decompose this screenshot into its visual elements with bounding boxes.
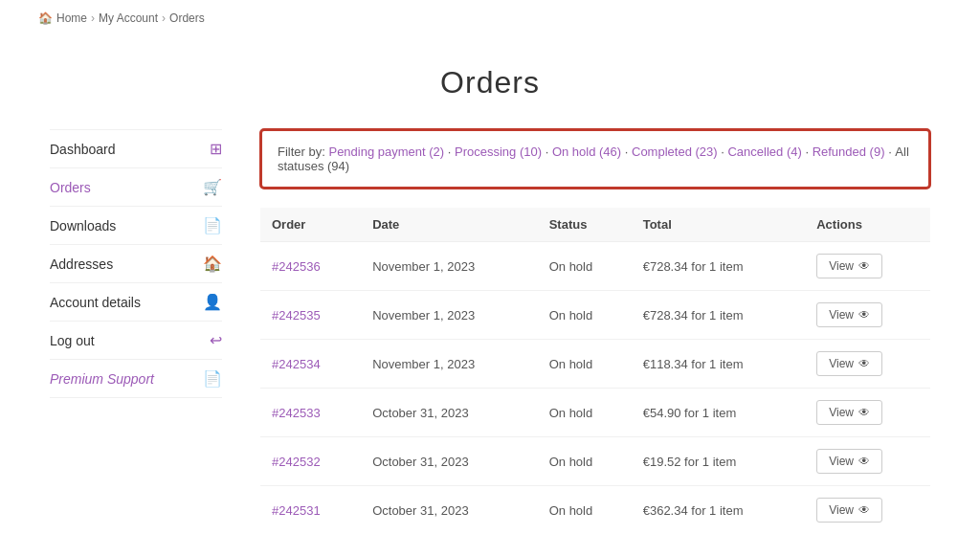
breadcrumb-sep-2: ›	[162, 11, 166, 25]
order-link-4[interactable]: #242532	[272, 455, 321, 469]
col-actions: Actions	[805, 208, 930, 242]
cell-date-1: November 1, 2023	[361, 291, 538, 340]
cell-status-2: On hold	[538, 340, 632, 389]
eye-icon-5: 👁	[858, 503, 870, 517]
cell-action-0: View 👁	[805, 242, 930, 291]
table-row: #242534 November 1, 2023 On hold €118.34…	[260, 340, 930, 389]
order-link-2[interactable]: #242534	[272, 357, 321, 371]
sidebar-dashboard-label: Dashboard	[50, 142, 116, 157]
cell-order-2: #242534	[260, 340, 361, 389]
sidebar-item-orders[interactable]: Orders 🛒	[50, 168, 222, 207]
breadcrumb-sep-1: ›	[91, 11, 95, 25]
col-total: Total	[632, 208, 806, 242]
eye-icon-3: 👁	[858, 406, 870, 419]
sidebar-account-label: Account details	[50, 295, 141, 310]
eye-icon-0: 👁	[858, 259, 870, 273]
premium-icon: 📄	[203, 369, 222, 388]
sidebar-logout-label: Log out	[50, 333, 95, 348]
home-icon: 🏠	[38, 11, 53, 25]
page-title-container: Orders	[0, 36, 980, 129]
filter-processing[interactable]: Processing (10)	[455, 145, 542, 159]
table-header-row: Order Date Status Total Actions	[260, 208, 930, 242]
breadcrumb-current: Orders	[169, 11, 205, 25]
filter-cancelled[interactable]: Cancelled (4)	[727, 145, 801, 159]
main-layout: Dashboard ⊞ Orders 🛒 Downloads 📄 Address…	[31, 129, 949, 534]
table-row: #242532 October 31, 2023 On hold €19.52 …	[260, 437, 930, 486]
sidebar-item-dashboard[interactable]: Dashboard ⊞	[50, 129, 222, 168]
cell-action-3: View 👁	[805, 389, 930, 437]
cell-total-0: €728.34 for 1 item	[632, 242, 806, 291]
cell-date-5: October 31, 2023	[361, 486, 538, 535]
cell-order-5: #242531	[260, 486, 361, 535]
col-status: Status	[538, 208, 632, 242]
table-row: #242533 October 31, 2023 On hold €54.90 …	[260, 389, 930, 437]
view-button-5[interactable]: View 👁	[816, 498, 882, 523]
eye-icon-4: 👁	[858, 455, 870, 468]
order-link-3[interactable]: #242533	[272, 406, 321, 420]
cell-status-1: On hold	[538, 291, 632, 340]
cell-total-1: €728.34 for 1 item	[632, 291, 806, 340]
cell-total-4: €19.52 for 1 item	[632, 437, 806, 486]
sidebar: Dashboard ⊞ Orders 🛒 Downloads 📄 Address…	[50, 129, 222, 534]
col-date: Date	[361, 208, 538, 242]
eye-icon-1: 👁	[858, 308, 870, 322]
cell-action-4: View 👁	[805, 437, 930, 486]
filter-completed[interactable]: Completed (23)	[632, 145, 718, 159]
eye-icon-2: 👁	[858, 357, 870, 370]
cell-status-3: On hold	[538, 389, 632, 437]
cell-action-5: View 👁	[805, 486, 930, 535]
table-row: #242531 October 31, 2023 On hold €362.34…	[260, 486, 930, 535]
breadcrumb-home-link[interactable]: Home	[56, 11, 87, 25]
cell-date-4: October 31, 2023	[361, 437, 538, 486]
page-title: Orders	[0, 65, 980, 100]
cell-date-0: November 1, 2023	[361, 242, 538, 291]
sidebar-item-premium-support[interactable]: Premium Support 📄	[50, 360, 222, 398]
col-order: Order	[260, 208, 361, 242]
view-button-4[interactable]: View 👁	[816, 449, 882, 474]
downloads-icon: 📄	[203, 216, 222, 234]
filter-bar: Filter by: Pending payment (2) · Process…	[260, 129, 930, 189]
sidebar-premium-label: Premium Support	[50, 371, 154, 387]
filter-prefix: Filter by:	[278, 145, 325, 159]
account-icon: 👤	[203, 293, 222, 311]
filter-pending-payment[interactable]: Pending payment (2)	[328, 145, 444, 159]
cell-status-0: On hold	[538, 242, 632, 291]
order-link-5[interactable]: #242531	[272, 503, 321, 518]
view-button-1[interactable]: View 👁	[816, 302, 882, 327]
view-button-0[interactable]: View 👁	[816, 254, 882, 278]
orders-content: Filter by: Pending payment (2) · Process…	[260, 129, 930, 534]
cell-status-5: On hold	[538, 486, 632, 535]
table-row: #242535 November 1, 2023 On hold €728.34…	[260, 291, 930, 340]
cell-action-2: View 👁	[805, 340, 930, 389]
breadcrumb: 🏠 Home › My Account › Orders	[0, 0, 980, 36]
cell-total-2: €118.34 for 1 item	[632, 340, 806, 389]
sidebar-orders-label: Orders	[50, 180, 91, 195]
order-link-1[interactable]: #242535	[272, 308, 321, 323]
sidebar-item-addresses[interactable]: Addresses 🏠	[50, 245, 222, 283]
table-row: #242536 November 1, 2023 On hold €728.34…	[260, 242, 930, 291]
sidebar-downloads-label: Downloads	[50, 218, 116, 234]
cell-date-3: October 31, 2023	[361, 389, 538, 437]
order-link-0[interactable]: #242536	[272, 259, 321, 274]
filter-on-hold[interactable]: On hold (46)	[552, 145, 621, 159]
sidebar-addresses-label: Addresses	[50, 256, 113, 272]
cell-order-1: #242535	[260, 291, 361, 340]
breadcrumb-myaccount-link[interactable]: My Account	[99, 11, 158, 25]
dashboard-icon: ⊞	[210, 140, 222, 158]
cell-order-3: #242533	[260, 389, 361, 437]
view-button-2[interactable]: View 👁	[816, 351, 882, 376]
cell-action-1: View 👁	[805, 291, 930, 340]
filter-refunded[interactable]: Refunded (9)	[813, 145, 885, 159]
view-button-3[interactable]: View 👁	[816, 400, 882, 425]
cell-order-4: #242532	[260, 437, 361, 486]
sidebar-item-downloads[interactable]: Downloads 📄	[50, 207, 222, 245]
cell-date-2: November 1, 2023	[361, 340, 538, 389]
logout-icon: ↩	[210, 331, 222, 349]
addresses-icon: 🏠	[203, 255, 222, 273]
cell-total-5: €362.34 for 1 item	[632, 486, 806, 535]
sidebar-item-account-details[interactable]: Account details 👤	[50, 283, 222, 322]
cell-order-0: #242536	[260, 242, 361, 291]
cell-total-3: €54.90 for 1 item	[632, 389, 806, 437]
cell-status-4: On hold	[538, 437, 632, 486]
sidebar-item-logout[interactable]: Log out ↩	[50, 322, 222, 360]
